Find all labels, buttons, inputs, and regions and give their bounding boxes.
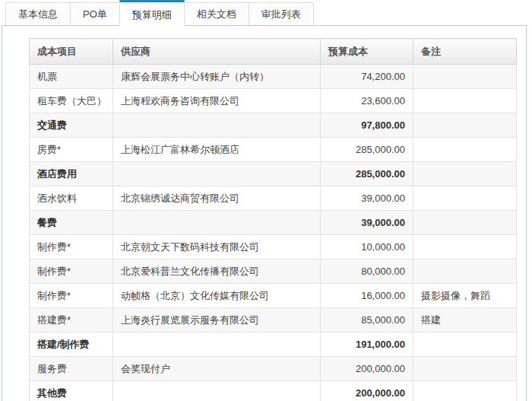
cost-item-cell: 房费* bbox=[30, 138, 113, 162]
budget-cost-cell: 23,600.00 bbox=[321, 89, 413, 113]
note-cell bbox=[413, 138, 517, 162]
table-row: 制作费* 北京爱科普兰文化传播有限公司 80,000.00 bbox=[30, 259, 517, 284]
cost-item-cell: 搭建费* bbox=[30, 308, 113, 333]
cost-item-cell: 其他费 bbox=[30, 381, 113, 401]
table-row: 搭建/制作费 191,000.00 bbox=[30, 333, 517, 357]
supplier-cell: 北京锦绣诚达商贸有限公司 bbox=[113, 186, 321, 211]
table-row: 制作费* 北京朝文天下数码科技有限公司 10,000.00 bbox=[30, 235, 517, 259]
tab-approval-list[interactable]: 审批列表 bbox=[249, 2, 314, 25]
budget-cost-cell: 285,000.00 bbox=[321, 162, 413, 186]
budget-cost-cell: 85,000.00 bbox=[321, 308, 413, 333]
cost-item-cell: 酒水饮料 bbox=[30, 186, 113, 211]
table-row: 酒店费用 285,000.00 bbox=[30, 162, 517, 186]
note-cell: 搭建 bbox=[413, 308, 517, 333]
note-cell bbox=[413, 65, 517, 89]
cost-item-cell: 交通费 bbox=[30, 113, 113, 138]
tab-bar: 基本信息 PO单 预算明细 相关文档 审批列表 bbox=[0, 0, 532, 25]
budget-cost-cell: 191,000.00 bbox=[321, 333, 413, 357]
col-header-note: 备注 bbox=[413, 39, 517, 65]
cost-item-cell: 餐费 bbox=[30, 211, 113, 235]
supplier-cell: 康辉会展票务中心转账户（内转） bbox=[113, 65, 321, 89]
note-cell bbox=[413, 113, 517, 138]
table-row: 制作费* 动帧格（北京）文化传媒有限公司 16,000.00 摄影摄像，舞蹈 bbox=[30, 284, 517, 308]
table-header-row: 成本项目 供应商 预算成本 备注 bbox=[30, 39, 517, 65]
note-cell: 摄影摄像，舞蹈 bbox=[413, 284, 517, 308]
note-cell bbox=[413, 357, 517, 381]
cost-item-cell: 服务费 bbox=[30, 357, 113, 381]
supplier-cell: 上海炎行展览展示服务有限公司 bbox=[113, 308, 321, 333]
supplier-cell: 北京爱科普兰文化传播有限公司 bbox=[113, 259, 321, 284]
budget-cost-cell: 74,200.00 bbox=[321, 65, 413, 89]
note-cell bbox=[413, 162, 517, 186]
cost-item-cell: 制作费* bbox=[30, 284, 113, 308]
tab-related-docs[interactable]: 相关文档 bbox=[184, 2, 249, 25]
tab-po-form[interactable]: PO单 bbox=[70, 2, 120, 25]
table-row: 餐费 39,000.00 bbox=[30, 211, 517, 235]
supplier-cell: 会奖现付户 bbox=[113, 357, 321, 381]
supplier-cell bbox=[113, 333, 321, 357]
table-row: 房费* 上海松江广富林希尔顿酒店 285,000.00 bbox=[30, 138, 517, 162]
budget-cost-cell: 200,000.00 bbox=[321, 381, 413, 401]
note-cell bbox=[413, 211, 517, 235]
supplier-cell: 北京朝文天下数码科技有限公司 bbox=[113, 235, 321, 259]
table-row: 租车费（大巴） 上海程欢商务咨询有限公司 23,600.00 bbox=[30, 89, 517, 113]
cost-item-cell: 制作费* bbox=[30, 235, 113, 259]
supplier-cell bbox=[113, 162, 321, 186]
col-header-supplier: 供应商 bbox=[113, 39, 321, 65]
budget-cost-cell: 10,000.00 bbox=[321, 235, 413, 259]
page: 基本信息 PO单 预算明细 相关文档 审批列表 成本项目 供应商 预算成本 备注… bbox=[0, 0, 532, 401]
note-cell bbox=[413, 186, 517, 211]
cost-item-cell: 租车费（大巴） bbox=[30, 89, 113, 113]
cost-item-cell: 机票 bbox=[30, 65, 113, 89]
note-cell bbox=[413, 333, 517, 357]
tab-basic-info[interactable]: 基本信息 bbox=[5, 2, 71, 25]
note-cell bbox=[413, 235, 517, 259]
budget-cost-cell: 39,000.00 bbox=[321, 211, 413, 235]
col-header-cost-item: 成本项目 bbox=[30, 39, 113, 65]
budget-cost-cell: 200,000.00 bbox=[321, 357, 413, 381]
note-cell bbox=[413, 89, 517, 113]
supplier-cell: 上海程欢商务咨询有限公司 bbox=[113, 89, 321, 113]
table-row: 搭建费* 上海炎行展览展示服务有限公司 85,000.00 搭建 bbox=[30, 308, 517, 333]
budget-detail-panel: 成本项目 供应商 预算成本 备注 机票 康辉会展票务中心转账户（内转） 74,2… bbox=[2, 25, 527, 401]
cost-item-cell: 酒店费用 bbox=[30, 162, 113, 186]
cost-item-cell: 制作费* bbox=[30, 259, 113, 284]
budget-table: 成本项目 供应商 预算成本 备注 机票 康辉会展票务中心转账户（内转） 74,2… bbox=[29, 38, 517, 401]
supplier-cell: 上海松江广富林希尔顿酒店 bbox=[113, 138, 321, 162]
table-row: 交通费 97,800.00 bbox=[30, 113, 517, 138]
supplier-cell: 动帧格（北京）文化传媒有限公司 bbox=[113, 284, 321, 308]
supplier-cell bbox=[113, 113, 321, 138]
col-header-budget-cost: 预算成本 bbox=[321, 39, 413, 65]
table-row: 服务费 会奖现付户 200,000.00 bbox=[30, 357, 517, 381]
table-row: 机票 康辉会展票务中心转账户（内转） 74,200.00 bbox=[30, 65, 517, 89]
budget-table-body: 机票 康辉会展票务中心转账户（内转） 74,200.00 租车费（大巴） 上海程… bbox=[30, 65, 517, 401]
budget-cost-cell: 16,000.00 bbox=[321, 284, 413, 308]
tab-budget-detail[interactable]: 预算明细 bbox=[119, 0, 185, 26]
table-row: 其他费 200,000.00 bbox=[30, 381, 517, 401]
budget-cost-cell: 285,000.00 bbox=[321, 138, 413, 162]
note-cell bbox=[413, 259, 517, 284]
budget-cost-cell: 97,800.00 bbox=[321, 113, 413, 138]
supplier-cell bbox=[113, 211, 321, 235]
budget-cost-cell: 80,000.00 bbox=[321, 259, 413, 284]
supplier-cell bbox=[113, 381, 321, 401]
table-row: 酒水饮料 北京锦绣诚达商贸有限公司 39,000.00 bbox=[30, 186, 517, 211]
cost-item-cell: 搭建/制作费 bbox=[30, 333, 113, 357]
budget-cost-cell: 39,000.00 bbox=[321, 186, 413, 211]
note-cell bbox=[413, 381, 517, 401]
